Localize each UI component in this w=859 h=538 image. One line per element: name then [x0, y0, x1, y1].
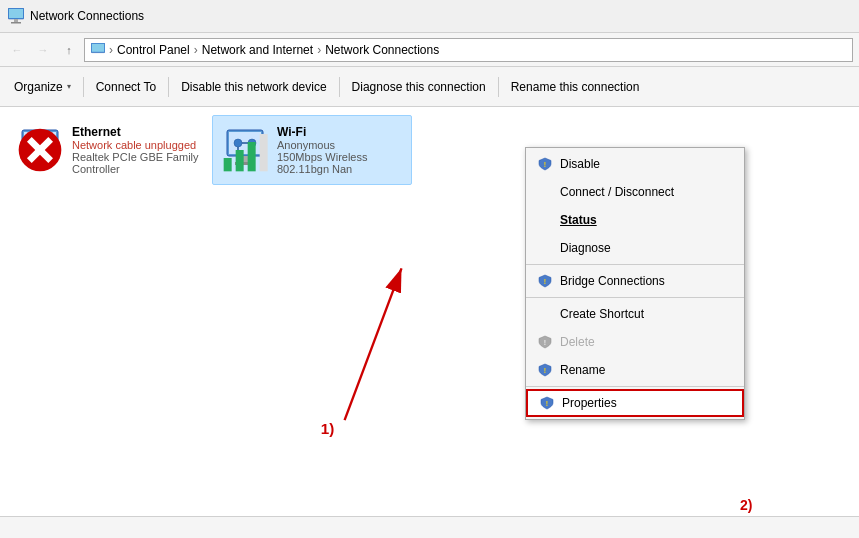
- svg-text:!: !: [544, 339, 546, 346]
- connect-to-label: Connect To: [96, 80, 157, 94]
- wifi-sub2: 150Mbps Wireless 802.11bgn Nan: [277, 151, 403, 175]
- forward-button[interactable]: →: [32, 39, 54, 61]
- ctx-rename[interactable]: ! Rename: [526, 356, 744, 384]
- ctx-connect-disconnect[interactable]: Connect / Disconnect: [526, 178, 744, 206]
- disable-label: Disable this network device: [181, 80, 326, 94]
- ctx-status[interactable]: Status: [526, 206, 744, 234]
- svg-rect-1: [9, 9, 23, 18]
- ctx-bridge[interactable]: ! Bridge Connections: [526, 267, 744, 295]
- wifi-sub1: Anonymous: [277, 139, 403, 151]
- ctx-connect-label: Connect / Disconnect: [560, 185, 674, 199]
- path-network-connections: Network Connections: [325, 43, 439, 57]
- path-sep3: ›: [317, 43, 321, 57]
- wifi-icon-wrap: [221, 126, 269, 174]
- path-sep1: ›: [109, 43, 113, 57]
- svg-text:!: !: [544, 161, 546, 168]
- svg-rect-30: [260, 134, 268, 171]
- svg-text:!: !: [546, 400, 548, 407]
- connect-to-button[interactable]: Connect To: [86, 70, 167, 104]
- organize-dropdown-arrow: ▾: [67, 82, 71, 91]
- wifi-name: Wi-Fi: [277, 125, 403, 139]
- path-network-internet: Network and Internet: [202, 43, 313, 57]
- main-content: Ethernet Network cable unplugged Realtek…: [0, 107, 859, 538]
- path-icon: [91, 43, 105, 57]
- ctx-diagnose[interactable]: Diagnose: [526, 234, 744, 262]
- ctx-disable-label: Disable: [560, 157, 600, 171]
- diagnose-button[interactable]: Diagnose this connection: [342, 70, 496, 104]
- ctx-bridge-label: Bridge Connections: [560, 274, 665, 288]
- ctx-sep1: [526, 264, 744, 265]
- ctx-rename-label: Rename: [560, 363, 605, 377]
- toolbar-divider-1: [83, 77, 84, 97]
- title-bar: Network Connections: [0, 0, 859, 33]
- ctx-shortcut[interactable]: Create Shortcut: [526, 300, 744, 328]
- ctx-bridge-shield: !: [538, 274, 552, 288]
- svg-rect-3: [11, 22, 21, 24]
- toolbar-divider-4: [498, 77, 499, 97]
- toolbar-divider-2: [168, 77, 169, 97]
- wifi-signal-badge: [221, 126, 269, 174]
- ctx-shortcut-label: Create Shortcut: [560, 307, 644, 321]
- address-bar: ← → ↑ › Control Panel › Network and Inte…: [0, 33, 859, 67]
- ethernet-info: Ethernet Network cable unplugged Realtek…: [72, 125, 200, 175]
- diagnose-label: Diagnose this connection: [352, 80, 486, 94]
- status-bar: [0, 516, 859, 538]
- svg-rect-27: [224, 158, 232, 171]
- ethernet-sub1: Network cable unplugged: [72, 139, 200, 151]
- ethernet-icon-wrap: [16, 126, 64, 174]
- up-button[interactable]: ↑: [58, 39, 80, 61]
- ctx-delete: ! Delete: [526, 328, 744, 356]
- ethernet-name: Ethernet: [72, 125, 200, 139]
- toolbar: Organize ▾ Connect To Disable this netwo…: [0, 67, 859, 107]
- rename-label: Rename this connection: [511, 80, 640, 94]
- rename-button[interactable]: Rename this connection: [501, 70, 650, 104]
- wifi-item[interactable]: Wi-Fi Anonymous 150Mbps Wireless 802.11b…: [212, 115, 412, 185]
- ctx-delete-shield: !: [538, 335, 552, 349]
- ethernet-item[interactable]: Ethernet Network cable unplugged Realtek…: [8, 115, 208, 185]
- svg-text:!: !: [544, 367, 546, 374]
- ctx-status-label: Status: [560, 213, 597, 227]
- network-area: Ethernet Network cable unplugged Realtek…: [0, 107, 859, 516]
- organize-label: Organize: [14, 80, 63, 94]
- svg-rect-28: [236, 150, 244, 171]
- wifi-info: Wi-Fi Anonymous 150Mbps Wireless 802.11b…: [277, 125, 403, 175]
- disable-button[interactable]: Disable this network device: [171, 70, 336, 104]
- svg-rect-29: [248, 142, 256, 171]
- ctx-rename-shield: !: [538, 363, 552, 377]
- ctx-disable[interactable]: ! Disable: [526, 150, 744, 178]
- ctx-delete-label: Delete: [560, 335, 595, 349]
- ctx-diagnose-label: Diagnose: [560, 241, 611, 255]
- organize-button[interactable]: Organize ▾: [4, 70, 81, 104]
- svg-text:1): 1): [321, 420, 335, 437]
- svg-line-32: [345, 268, 402, 420]
- svg-rect-5: [92, 43, 104, 51]
- address-path[interactable]: › Control Panel › Network and Internet ›…: [84, 38, 853, 62]
- ethernet-sub2: Realtek PCIe GBE Family Controller: [72, 151, 200, 175]
- path-sep2: ›: [194, 43, 198, 57]
- ctx-properties-label: Properties: [562, 396, 617, 410]
- ethernet-error-badge: [16, 126, 64, 174]
- svg-rect-2: [14, 19, 18, 22]
- ctx-disable-shield: !: [538, 157, 552, 171]
- ctx-sep2: [526, 297, 744, 298]
- back-button[interactable]: ←: [6, 39, 28, 61]
- title-bar-text: Network Connections: [30, 9, 144, 23]
- ctx-sep3: [526, 386, 744, 387]
- titlebar-icon: [8, 8, 24, 24]
- ctx-properties-shield: !: [540, 396, 554, 410]
- svg-text:!: !: [544, 278, 546, 285]
- step2-label: 2): [740, 497, 752, 513]
- context-menu: ! Disable Connect / Disconnect Status Di…: [525, 147, 745, 420]
- path-control-panel: Control Panel: [117, 43, 190, 57]
- toolbar-divider-3: [339, 77, 340, 97]
- ctx-properties[interactable]: ! Properties: [526, 389, 744, 417]
